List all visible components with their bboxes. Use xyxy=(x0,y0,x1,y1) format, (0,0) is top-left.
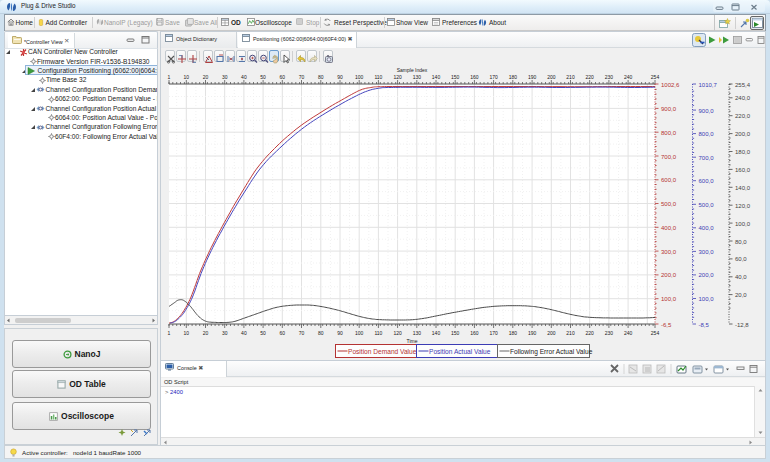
svg-text:180: 180 xyxy=(509,74,518,80)
svg-text:500,0: 500,0 xyxy=(661,201,677,207)
svg-text:40,0: 40,0 xyxy=(735,274,747,280)
svg-text:60: 60 xyxy=(280,330,286,336)
svg-text:180: 180 xyxy=(509,330,518,336)
svg-text:1: 1 xyxy=(168,74,171,80)
svg-text:120,0: 120,0 xyxy=(735,203,751,209)
svg-text:80: 80 xyxy=(318,74,324,80)
svg-text:254: 254 xyxy=(651,330,660,336)
svg-text:140,0: 140,0 xyxy=(735,185,751,191)
svg-text:Position Actual Value: Position Actual Value xyxy=(429,348,491,355)
svg-text:110: 110 xyxy=(374,74,382,80)
svg-text:1010,7: 1010,7 xyxy=(699,82,718,88)
svg-text:700,0: 700,0 xyxy=(661,154,677,160)
svg-text:160: 160 xyxy=(470,74,479,80)
svg-text:100: 100 xyxy=(355,74,364,80)
svg-text:170: 170 xyxy=(489,330,498,336)
svg-text:100: 100 xyxy=(355,330,364,336)
svg-text:1002,6: 1002,6 xyxy=(661,82,680,88)
svg-text:1: 1 xyxy=(168,330,171,336)
svg-text:80,0: 80,0 xyxy=(735,239,747,245)
svg-text:190: 190 xyxy=(528,74,537,80)
svg-text:90: 90 xyxy=(337,74,343,80)
svg-text:220: 220 xyxy=(586,74,595,80)
svg-text:60,0: 60,0 xyxy=(735,256,747,262)
svg-text:100,0: 100,0 xyxy=(661,296,677,302)
svg-text:30: 30 xyxy=(222,74,228,80)
svg-text:70: 70 xyxy=(299,74,305,80)
svg-text:130: 130 xyxy=(413,74,422,80)
svg-text:110: 110 xyxy=(374,330,382,336)
svg-text:60: 60 xyxy=(280,74,286,80)
svg-text:80: 80 xyxy=(318,330,324,336)
svg-text:170: 170 xyxy=(489,74,498,80)
svg-text:600,0: 600,0 xyxy=(699,178,715,184)
svg-text:190: 190 xyxy=(528,330,537,336)
svg-text:200: 200 xyxy=(547,74,556,80)
svg-text:800,0: 800,0 xyxy=(699,131,715,137)
svg-text:30: 30 xyxy=(222,330,228,336)
svg-text:700,0: 700,0 xyxy=(699,155,715,161)
svg-text:Time: Time xyxy=(407,338,418,344)
svg-text:10: 10 xyxy=(184,74,190,80)
svg-text:Sample Index: Sample Index xyxy=(397,67,428,73)
svg-text:120: 120 xyxy=(393,74,402,80)
svg-text:100,0: 100,0 xyxy=(735,221,751,227)
svg-text:400,0: 400,0 xyxy=(699,225,715,231)
svg-text:220: 220 xyxy=(586,330,595,336)
svg-text:240: 240 xyxy=(624,330,633,336)
svg-text:100,0: 100,0 xyxy=(699,296,715,302)
svg-text:40: 40 xyxy=(241,330,247,336)
svg-text:160,0: 160,0 xyxy=(735,167,751,173)
svg-text:230: 230 xyxy=(605,330,614,336)
svg-text:200,0: 200,0 xyxy=(699,272,715,278)
svg-text:200,0: 200,0 xyxy=(661,272,677,278)
svg-text:140: 140 xyxy=(432,74,441,80)
svg-text:70: 70 xyxy=(299,330,305,336)
svg-text:20,0: 20,0 xyxy=(735,292,747,298)
svg-text:210: 210 xyxy=(566,330,575,336)
svg-text:300,0: 300,0 xyxy=(699,249,715,255)
svg-text:10: 10 xyxy=(184,330,190,336)
svg-text:300,0: 300,0 xyxy=(661,249,677,255)
svg-text:Position Demand Value: Position Demand Value xyxy=(348,348,417,355)
svg-text:150: 150 xyxy=(451,74,460,80)
svg-text:800,0: 800,0 xyxy=(661,130,677,136)
svg-text:220,0: 220,0 xyxy=(735,113,751,119)
svg-text:150: 150 xyxy=(451,330,460,336)
svg-text:-8,5: -8,5 xyxy=(699,322,710,328)
svg-text:400,0: 400,0 xyxy=(661,225,677,231)
svg-text:40: 40 xyxy=(241,74,247,80)
svg-text:200,0: 200,0 xyxy=(735,131,751,137)
svg-text:130: 130 xyxy=(413,330,422,336)
svg-text:120: 120 xyxy=(393,330,402,336)
svg-text:160: 160 xyxy=(470,330,479,336)
svg-text:230: 230 xyxy=(605,74,614,80)
svg-text:240: 240 xyxy=(624,74,633,80)
svg-text:-6,5: -6,5 xyxy=(661,322,672,328)
svg-text:-12,8: -12,8 xyxy=(735,322,749,328)
svg-text:Following Error Actual Value: Following Error Actual Value xyxy=(510,348,593,356)
svg-text:140: 140 xyxy=(432,330,441,336)
svg-text:180,0: 180,0 xyxy=(735,149,751,155)
svg-text:20: 20 xyxy=(203,330,209,336)
svg-text:200: 200 xyxy=(547,330,556,336)
svg-text:20: 20 xyxy=(203,74,209,80)
svg-text:90: 90 xyxy=(337,330,343,336)
svg-text:900,0: 900,0 xyxy=(661,106,677,112)
svg-text:254: 254 xyxy=(651,74,660,80)
svg-text:255,4: 255,4 xyxy=(735,82,751,88)
svg-text:600,0: 600,0 xyxy=(661,177,677,183)
svg-text:210: 210 xyxy=(566,74,575,80)
svg-text:240,0: 240,0 xyxy=(735,95,751,101)
svg-text:50: 50 xyxy=(260,330,266,336)
svg-text:50: 50 xyxy=(260,74,266,80)
svg-text:500,0: 500,0 xyxy=(699,202,715,208)
svg-text:900,0: 900,0 xyxy=(699,108,715,114)
